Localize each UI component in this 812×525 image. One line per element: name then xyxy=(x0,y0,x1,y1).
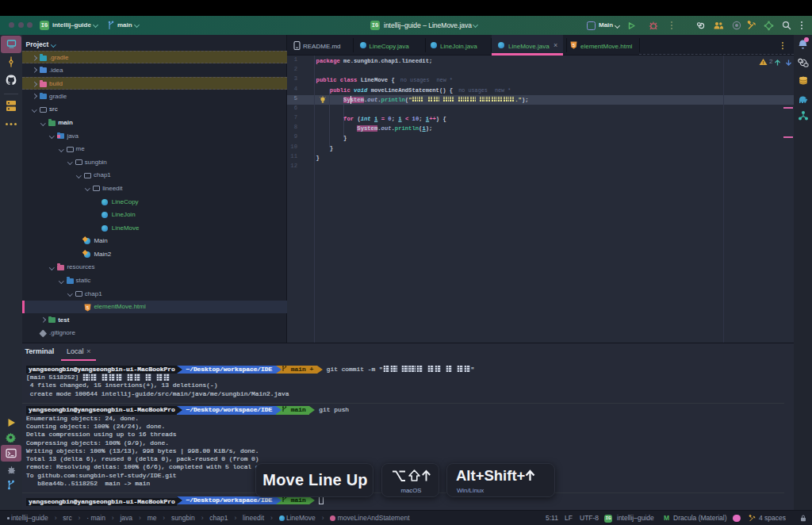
svg-text:!: ! xyxy=(763,60,764,65)
